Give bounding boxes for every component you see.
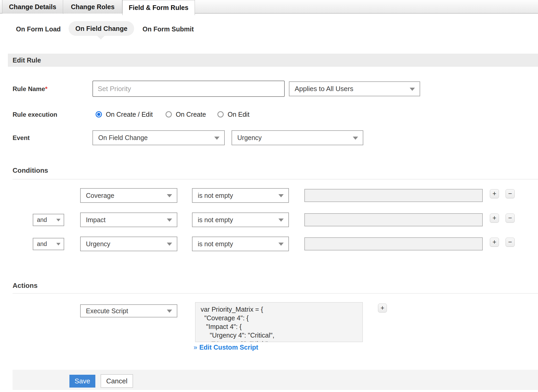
tab-change-details[interactable]: Change Details (2, 0, 63, 14)
event-field-dropdown[interactable]: Urgency (232, 130, 363, 145)
chevron-down-icon (214, 137, 219, 140)
script-line: "Urgency 3": "High", (201, 340, 357, 342)
subtab-on-form-submit-label: On Form Submit (142, 25, 194, 33)
add-condition-button[interactable]: + (490, 189, 499, 198)
script-line: "Impact 4": { (201, 322, 357, 331)
chevron-down-icon (56, 219, 61, 221)
radio-unselected-icon (217, 111, 224, 117)
rule-name-label: Rule Name* (13, 82, 47, 96)
actions-divider (13, 293, 538, 294)
edit-custom-script-link[interactable]: »Edit Custom Script (194, 344, 258, 351)
radio-on-create-label: On Create (176, 111, 206, 118)
tab-bar: Change Details Change Roles (0, 0, 538, 14)
cancel-button[interactable]: Cancel (101, 374, 133, 388)
remove-condition-button[interactable]: − (506, 214, 515, 223)
tab-change-roles[interactable]: Change Roles (63, 0, 122, 14)
radio-on-create[interactable]: On Create (166, 109, 206, 120)
action-type-value: Execute Script (86, 307, 128, 315)
chevron-down-icon (167, 243, 172, 246)
script-line: "Coverage 4": { (201, 314, 357, 322)
condition-value-input (304, 189, 483, 202)
condition-join-value: and (37, 240, 47, 248)
script-line: "Urgency 4": "Critical", (201, 331, 357, 340)
condition-field-value: Impact (86, 216, 106, 224)
edit-custom-script-label: Edit Custom Script (199, 344, 258, 351)
radio-on-create-edit[interactable]: On Create / Edit (96, 109, 153, 120)
save-button[interactable]: Save (69, 375, 95, 388)
condition-value-input (304, 213, 483, 226)
actions-title: Actions (13, 282, 37, 290)
rule-execution-label: Rule execution (13, 107, 57, 122)
chevron-down-icon (278, 194, 284, 197)
event-field-value: Urgency (237, 134, 262, 142)
tab-field-form-rules[interactable]: Field & Form Rules (122, 0, 195, 15)
chevron-down-icon (410, 88, 415, 91)
chevron-down-icon (353, 137, 358, 140)
condition-operator-dropdown[interactable]: is not empty (192, 188, 289, 203)
subtab-on-form-load[interactable]: On Form Load (16, 22, 61, 36)
script-line: var Priority_Matrix = { (201, 305, 357, 314)
chevrons-right-icon: » (194, 344, 197, 351)
subtab-on-field-change[interactable]: On Field Change (69, 21, 134, 36)
tab-change-details-label: Change Details (9, 3, 56, 11)
tab-field-form-rules-label: Field & Form Rules (129, 4, 189, 12)
condition-operator-dropdown[interactable]: is not empty (192, 212, 289, 227)
action-type-dropdown[interactable]: Execute Script (80, 304, 177, 317)
conditions-divider (13, 179, 538, 180)
chevron-down-icon (278, 219, 284, 222)
subtab-on-form-submit[interactable]: On Form Submit (142, 22, 194, 36)
conditions-title: Conditions (13, 166, 48, 175)
condition-field-dropdown[interactable]: Urgency (80, 237, 177, 251)
required-asterisk: * (45, 85, 47, 92)
edit-rule-title: Edit Rule (13, 57, 41, 64)
subtab-on-form-load-label: On Form Load (16, 25, 61, 33)
radio-unselected-icon (166, 111, 172, 117)
edit-rule-header: Edit Rule (8, 54, 538, 67)
condition-field-value: Coverage (86, 192, 114, 199)
condition-field-dropdown[interactable]: Coverage (80, 188, 177, 203)
condition-operator-value: is not empty (198, 216, 233, 224)
add-condition-button[interactable]: + (490, 214, 499, 223)
radio-on-create-edit-label: On Create / Edit (106, 111, 153, 118)
radio-selected-icon (96, 111, 102, 117)
event-type-value: On Field Change (98, 134, 148, 142)
add-condition-button[interactable]: + (490, 238, 499, 247)
condition-operator-value: is not empty (198, 240, 233, 248)
condition-value-input (304, 237, 483, 250)
applies-to-value: Applies to All Users (295, 85, 353, 93)
condition-operator-dropdown[interactable]: is not empty (192, 237, 289, 251)
chevron-down-icon (167, 194, 172, 197)
radio-on-edit[interactable]: On Edit (217, 109, 249, 120)
rule-name-input[interactable] (92, 81, 285, 97)
condition-join-dropdown[interactable]: and (33, 238, 64, 250)
chevron-down-icon (167, 219, 172, 222)
remove-condition-button[interactable]: − (506, 189, 515, 198)
remove-condition-button[interactable]: − (506, 238, 515, 247)
chevron-down-icon (56, 243, 61, 245)
field-form-rules-page: Change Details Change Roles Field & Form… (0, 0, 538, 392)
subtab-on-field-change-label: On Field Change (75, 25, 128, 32)
chevron-down-icon (278, 243, 284, 246)
tab-change-roles-label: Change Roles (71, 3, 115, 11)
applies-to-dropdown[interactable]: Applies to All Users (289, 81, 420, 96)
condition-join-value: and (37, 216, 47, 223)
script-preview[interactable]: var Priority_Matrix = { "Coverage 4": { … (195, 302, 363, 342)
condition-join-dropdown[interactable]: and (33, 214, 64, 226)
chevron-down-icon (167, 310, 172, 313)
add-action-button[interactable]: + (378, 304, 387, 312)
condition-operator-value: is not empty (198, 192, 233, 199)
condition-field-dropdown[interactable]: Impact (80, 212, 177, 227)
event-type-dropdown[interactable]: On Field Change (92, 130, 225, 145)
event-label: Event (13, 130, 30, 145)
condition-field-value: Urgency (86, 240, 110, 248)
radio-on-edit-label: On Edit (228, 111, 249, 118)
